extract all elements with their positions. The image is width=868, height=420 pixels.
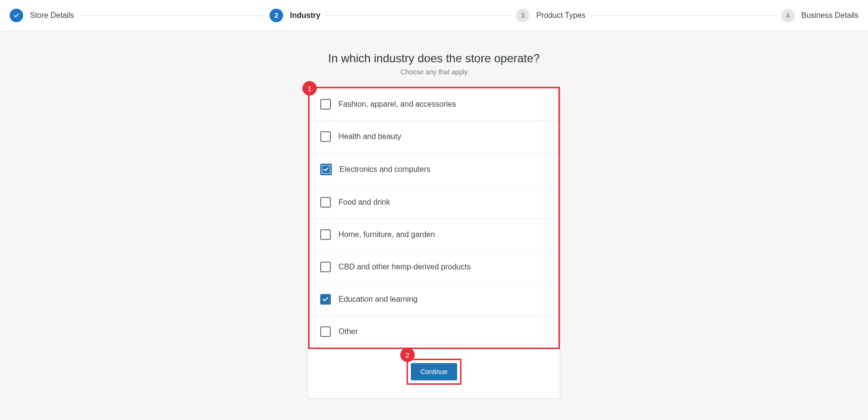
step-label: Business Details: [801, 11, 858, 20]
step-label: Product Types: [536, 11, 585, 20]
checkbox-icon[interactable]: [320, 294, 331, 305]
check-icon: [10, 9, 23, 22]
step-label: Industry: [290, 11, 320, 20]
checkbox-icon[interactable]: [320, 131, 331, 142]
card-wrapper: 1 Fashion, apparel, and accessories Heal…: [308, 86, 560, 399]
step-number-icon: 3: [516, 9, 529, 22]
step-industry[interactable]: 2 Industry: [270, 9, 320, 22]
option-label: Food and drink: [339, 198, 390, 207]
continue-highlight-box: Continue: [407, 359, 461, 385]
industry-option[interactable]: Home, furniture, and garden: [310, 219, 558, 251]
industry-card: 1 Fashion, apparel, and accessories Heal…: [308, 86, 560, 399]
industry-option[interactable]: Other: [310, 316, 558, 348]
industry-option[interactable]: CBD and other hemp-derived products: [310, 251, 558, 283]
stepper: Store Details 2 Industry 3 Product Types…: [0, 0, 868, 31]
option-label: CBD and other hemp-derived products: [339, 263, 471, 271]
checkbox-icon[interactable]: [320, 197, 331, 208]
continue-button[interactable]: Continue: [411, 363, 457, 380]
industry-options-list: Fashion, apparel, and accessories Health…: [308, 87, 560, 349]
step-store-details[interactable]: Store Details: [10, 9, 74, 22]
industry-option[interactable]: Food and drink: [310, 186, 558, 219]
option-label: Education and learning: [339, 295, 418, 304]
main-content: In which industry does the store operate…: [0, 31, 868, 399]
option-label: Health and beauty: [339, 132, 401, 141]
checkbox-icon[interactable]: [320, 262, 331, 272]
option-label: Electronics and computers: [339, 165, 431, 174]
checkbox-icon[interactable]: [320, 229, 331, 240]
option-label: Home, furniture, and garden: [339, 230, 435, 239]
checkbox-icon[interactable]: [320, 164, 332, 175]
continue-wrapper: 2 Continue: [308, 356, 560, 388]
step-number-icon: 4: [781, 9, 795, 22]
step-label: Store Details: [30, 11, 74, 20]
step-product-types[interactable]: 3 Product Types: [516, 9, 585, 22]
checkbox-icon[interactable]: [320, 99, 331, 110]
annotation-badge-1: 1: [302, 81, 317, 96]
page-title: In which industry does the store operate…: [328, 52, 540, 65]
industry-option[interactable]: Fashion, apparel, and accessories: [310, 88, 558, 121]
step-business-details[interactable]: 4 Business Details: [781, 9, 858, 22]
step-connector: [78, 15, 266, 16]
industry-option[interactable]: Education and learning: [310, 283, 558, 316]
industry-option[interactable]: Electronics and computers: [310, 153, 558, 186]
checkbox-icon[interactable]: [320, 326, 331, 337]
page-subtitle: Choose any that apply: [400, 68, 467, 76]
step-number-icon: 2: [270, 9, 283, 22]
option-label: Other: [339, 327, 358, 336]
option-label: Fashion, apparel, and accessories: [339, 100, 456, 109]
industry-option[interactable]: Health and beauty: [310, 121, 558, 153]
step-connector: [589, 15, 777, 16]
step-connector: [324, 15, 512, 16]
annotation-badge-2: 2: [400, 348, 415, 362]
